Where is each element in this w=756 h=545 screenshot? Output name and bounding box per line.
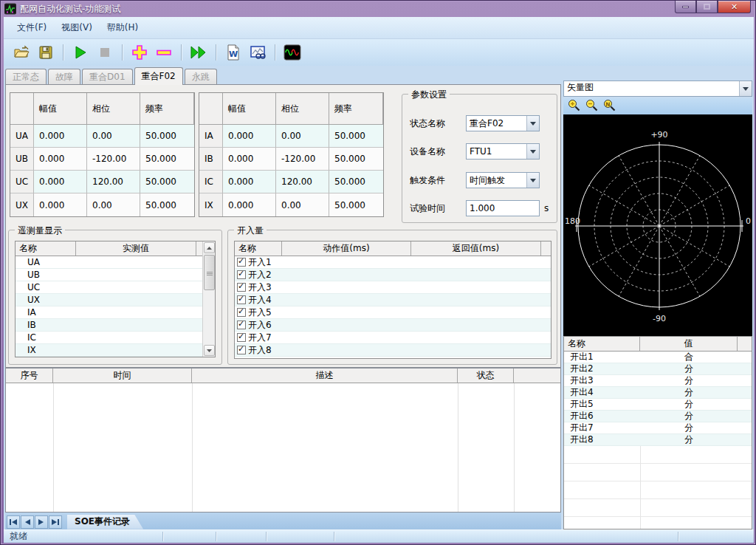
- amp-cell[interactable]: 0.000: [34, 171, 87, 193]
- telemetry-name[interactable]: UA: [16, 256, 76, 268]
- phase-cell[interactable]: -120.00: [276, 148, 329, 171]
- nav-last-button[interactable]: [49, 515, 62, 529]
- status-text: 就绪: [4, 530, 27, 543]
- table-row: IC 0.000 120.00 50.000: [199, 171, 383, 193]
- nav-prev-button[interactable]: [21, 515, 34, 529]
- phase-cell[interactable]: 120.00: [87, 171, 140, 193]
- telemetry-name[interactable]: IC: [16, 332, 76, 343]
- freq-cell[interactable]: 50.000: [140, 148, 194, 171]
- nav-first-button[interactable]: [7, 515, 20, 529]
- freq-cell[interactable]: 50.000: [140, 125, 194, 148]
- freq-cell[interactable]: 50.000: [140, 193, 194, 216]
- nav-next-button[interactable]: [35, 515, 48, 529]
- telemetry-name[interactable]: IB: [16, 319, 76, 331]
- di-checkbox[interactable]: [237, 333, 246, 342]
- tab-reclose-f02[interactable]: 重合F02: [134, 67, 183, 85]
- params-title: 参数设置: [408, 89, 450, 101]
- freq-cell[interactable]: 50.000: [329, 171, 383, 193]
- amp-cell[interactable]: 0.000: [223, 193, 276, 216]
- app-icon: [4, 3, 16, 15]
- test-time-input[interactable]: [466, 200, 540, 216]
- start-button[interactable]: [72, 44, 89, 61]
- telemetry-col-name: 名称: [16, 241, 76, 256]
- phase-cell[interactable]: 0.00: [87, 193, 140, 216]
- remove-state-button[interactable]: [155, 44, 173, 61]
- chevron-down-icon[interactable]: [526, 144, 539, 159]
- save-button[interactable]: [37, 44, 55, 61]
- freq-cell[interactable]: 50.000: [140, 171, 194, 193]
- phase-cell[interactable]: -120.00: [87, 148, 140, 171]
- close-button[interactable]: ✕: [718, 1, 751, 13]
- freq-cell[interactable]: 50.000: [329, 125, 383, 148]
- di-checkbox[interactable]: [237, 308, 246, 317]
- list-item: 开入7: [235, 332, 551, 344]
- scroll-down-button[interactable]: [204, 345, 215, 356]
- first-page-icon: [10, 519, 17, 525]
- phase-cell[interactable]: 0.00: [87, 125, 140, 148]
- amp-cell[interactable]: 0.000: [223, 171, 276, 193]
- word-report-button[interactable]: W: [224, 44, 242, 61]
- view-selector-value: 矢量图: [564, 81, 739, 96]
- event-col-time[interactable]: 时间: [53, 369, 192, 383]
- add-state-button[interactable]: [131, 44, 148, 61]
- trigger-select[interactable]: 时间触发: [466, 172, 540, 188]
- amp-cell[interactable]: 0.000: [34, 125, 87, 148]
- telemetry-name[interactable]: IX: [16, 344, 76, 356]
- telemetry-name[interactable]: IA: [16, 306, 76, 318]
- state-name-select[interactable]: 重合F02: [466, 115, 540, 131]
- view-selector[interactable]: 矢量图: [563, 80, 752, 97]
- di-checkbox[interactable]: [237, 295, 246, 304]
- telemetry-value: [76, 332, 202, 343]
- freq-cell[interactable]: 50.000: [329, 193, 383, 216]
- zoom-out-button[interactable]: [585, 99, 598, 114]
- freq-cell[interactable]: 50.000: [329, 148, 383, 171]
- maximize-button[interactable]: [696, 1, 718, 13]
- event-col-index[interactable]: 序号: [6, 369, 53, 383]
- report-view-button[interactable]: [249, 44, 267, 61]
- trigger-value: 时间触发: [467, 174, 526, 187]
- scrollbar[interactable]: [202, 241, 215, 357]
- menu-file[interactable]: 文件(F): [11, 19, 52, 36]
- di-checkbox[interactable]: [237, 283, 246, 292]
- amp-cell[interactable]: 0.000: [223, 148, 276, 171]
- amp-cell[interactable]: 0.000: [34, 148, 87, 171]
- di-checkbox[interactable]: [237, 270, 246, 279]
- di-checkbox[interactable]: [237, 346, 246, 354]
- waveform-button[interactable]: [284, 44, 301, 61]
- phase-cell[interactable]: 0.00: [276, 125, 329, 148]
- telemetry-name[interactable]: UX: [16, 294, 76, 306]
- tab-soe-event-log[interactable]: SOE事件记录: [67, 515, 143, 529]
- di-checkbox[interactable]: [237, 258, 246, 267]
- chevron-down-icon[interactable]: [526, 173, 539, 188]
- menu-help[interactable]: 帮助(H): [101, 19, 144, 36]
- tab-reclose-d01[interactable]: 重合D01: [82, 69, 133, 85]
- event-col-status[interactable]: 状态: [458, 369, 514, 383]
- stop-icon: [97, 45, 112, 60]
- amp-cell[interactable]: 0.000: [34, 193, 87, 216]
- di-name: 开入2: [248, 269, 282, 281]
- state-panel: 幅值 相位 频率 UA 0.000 0.00 50.000 UB 0.000 -…: [5, 84, 561, 368]
- stop-button[interactable]: [96, 44, 114, 61]
- telemetry-name[interactable]: UC: [16, 281, 76, 293]
- zoom-in-button[interactable]: [568, 99, 580, 114]
- phase-cell[interactable]: 0.00: [276, 193, 329, 216]
- open-button[interactable]: [13, 44, 30, 61]
- chevron-down-icon[interactable]: [739, 81, 752, 96]
- scroll-up-button[interactable]: [204, 242, 215, 253]
- chevron-down-icon[interactable]: [526, 116, 539, 131]
- tab-normal[interactable]: 正常态: [5, 69, 47, 85]
- menu-view[interactable]: 视图(V): [55, 19, 98, 36]
- phase-cell[interactable]: 120.00: [276, 171, 329, 193]
- di-checkbox[interactable]: [237, 321, 246, 329]
- amp-cell[interactable]: 0.000: [223, 125, 276, 148]
- run-all-button[interactable]: [190, 44, 207, 61]
- voltage-table: 幅值 相位 频率 UA 0.000 0.00 50.000 UB 0.000 -…: [10, 92, 195, 217]
- telemetry-name[interactable]: UB: [16, 269, 76, 281]
- tab-permanent-trip[interactable]: 永跳: [185, 69, 217, 85]
- tab-fault[interactable]: 故障: [48, 69, 80, 85]
- event-col-desc[interactable]: 描述: [192, 369, 458, 383]
- device-name-select[interactable]: FTU1: [466, 143, 540, 160]
- scroll-thumb[interactable]: [204, 255, 215, 290]
- zoom-normal-button[interactable]: N: [603, 99, 616, 114]
- minimize-button[interactable]: [675, 1, 696, 13]
